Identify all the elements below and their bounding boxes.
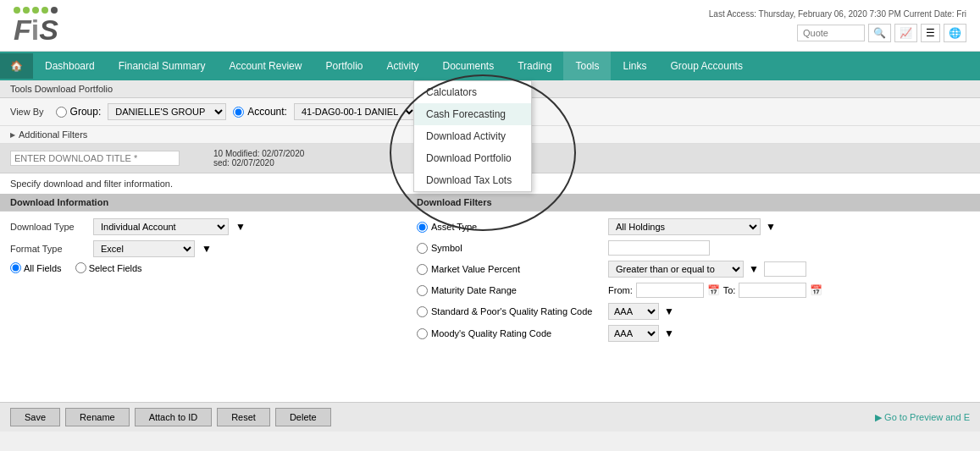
reset-button[interactable]: Reset [217, 408, 270, 426]
market-value-arrow: ▼ [749, 263, 759, 275]
from-label: From: [608, 285, 633, 295]
asset-type-arrow: ▼ [766, 221, 776, 233]
to-date-input[interactable] [739, 283, 806, 298]
fields-row: All Fields Select Fields [10, 262, 396, 273]
nav-home-button[interactable]: 🏠 [0, 53, 33, 79]
viewby-label: View By [10, 107, 44, 117]
logo-dot-5 [51, 7, 58, 14]
main-nav: 🏠 Dashboard Financial Summary Account Re… [0, 52, 980, 80]
logo-dot-1 [14, 7, 20, 14]
menu-item-download-activity[interactable]: Download Activity [414, 125, 531, 147]
market-value-radio[interactable] [417, 264, 428, 275]
search-button[interactable]: 🔍 [868, 24, 891, 42]
all-fields-radio[interactable] [10, 262, 21, 273]
triangle-icon: ▶ [10, 131, 15, 139]
date-range: From: 📅 To: 📅 [608, 283, 822, 298]
symbol-row: Symbol [417, 240, 970, 256]
right-controls: Asset Type All Holdings ▼ Symbol [417, 218, 970, 342]
format-type-row: Format Type Excel ▼ [10, 240, 396, 257]
additional-filters-label: Additional Filters [19, 129, 87, 140]
to-label: To: [723, 285, 736, 295]
select-fields-radio[interactable] [75, 262, 86, 273]
nav-item-group-accounts[interactable]: Group Accounts [659, 52, 755, 80]
nav-item-documents[interactable]: Documents [431, 52, 507, 80]
menu-item-download-tax-lots[interactable]: Download Tax Lots [414, 169, 531, 191]
from-date-input[interactable] [636, 283, 704, 298]
group-radio[interactable] [56, 107, 67, 118]
account-radio-label[interactable]: Account: [247, 106, 287, 118]
spq-arrow: ▼ [664, 305, 674, 317]
nav-item-trading[interactable]: Trading [506, 52, 563, 80]
header-controls: 🔍 📈 ☰ 🌐 [797, 24, 966, 42]
section-headers: Download Information Download Filters [0, 194, 980, 212]
download-title-input[interactable] [10, 151, 180, 166]
market-value-row: Market Value Percent Greater than or equ… [417, 261, 970, 278]
moodys-row: Moody's Quality Rating Code AAA ▼ [417, 325, 970, 342]
asset-type-label[interactable]: Asset Type [417, 222, 603, 233]
bottom-bar: Save Rename Attach to ID Reset Delete ▶ … [0, 402, 980, 432]
globe-button[interactable]: 🌐 [944, 24, 966, 42]
moodys-select[interactable]: AAA [608, 325, 659, 342]
download-type-arrow: ▼ [235, 221, 246, 233]
delete-button[interactable]: Delete [275, 408, 331, 426]
asset-type-radio[interactable] [417, 222, 428, 233]
attach-to-id-button[interactable]: Attach to ID [135, 408, 212, 426]
go-to-preview-link[interactable]: ▶ Go to Preview and E [875, 412, 970, 423]
market-value-select[interactable]: Greater than or equal to [608, 261, 744, 278]
rename-button[interactable]: Rename [65, 408, 130, 426]
download-type-label: Download Type [10, 222, 86, 232]
spq-select[interactable]: AAA [608, 303, 659, 320]
symbol-label[interactable]: Symbol [417, 243, 603, 254]
spq-label[interactable]: Standard & Poor's Quality Rating Code [417, 306, 603, 317]
all-fields-label[interactable]: All Fields [10, 262, 62, 273]
spq-row: Standard & Poor's Quality Rating Code AA… [417, 303, 970, 320]
select-fields-label[interactable]: Select Fields [75, 262, 142, 273]
save-button[interactable]: Save [10, 408, 60, 426]
nav-item-links[interactable]: Links [611, 52, 658, 80]
logo-text: FiS [14, 15, 58, 44]
nav-item-dashboard[interactable]: Dashboard [33, 52, 107, 80]
menu-item-download-portfolio[interactable]: Download Portfolio [414, 147, 531, 169]
nav-item-account-review[interactable]: Account Review [217, 52, 313, 80]
nav-item-financial-summary[interactable]: Financial Summary [107, 52, 218, 80]
search-input[interactable] [797, 25, 865, 41]
nav-item-portfolio[interactable]: Portfolio [313, 52, 374, 80]
meta-line-1: 10 Modified: 02/07/2020 [213, 149, 304, 158]
form-area: Download Type Individual Account ▼ Forma… [0, 212, 980, 349]
last-access-text: Last Access: Thursday, February 06, 2020… [709, 9, 966, 19]
spq-radio[interactable] [417, 306, 428, 317]
moodys-label[interactable]: Moody's Quality Rating Code [417, 328, 603, 339]
maturity-date-label[interactable]: Maturity Date Range [417, 285, 603, 296]
chart-button[interactable]: 📈 [894, 24, 917, 42]
market-value-input[interactable] [764, 261, 806, 277]
symbol-input[interactable] [608, 240, 710, 256]
to-calendar-icon[interactable]: 📅 [810, 284, 822, 296]
menu-item-cash-forecasting[interactable]: Cash Forecasting [414, 103, 531, 125]
maturity-date-radio[interactable] [417, 285, 428, 296]
account-radio[interactable] [233, 107, 244, 118]
logo: FiS [14, 7, 58, 44]
logo-dot-4 [42, 7, 48, 14]
account-select[interactable]: 41-DAG0-00-1 DANIEL [294, 103, 417, 120]
logo-dots [14, 7, 58, 14]
menu-button[interactable]: ☰ [921, 24, 940, 42]
download-filters-header: Download Filters [407, 194, 980, 211]
group-radio-label[interactable]: Group: [70, 106, 102, 118]
market-value-label[interactable]: Market Value Percent [417, 264, 603, 275]
symbol-radio[interactable] [417, 243, 428, 254]
from-calendar-icon[interactable]: 📅 [707, 284, 720, 296]
asset-type-row: Asset Type All Holdings ▼ [417, 218, 970, 235]
download-type-select[interactable]: Individual Account [93, 218, 229, 235]
moodys-radio[interactable] [417, 328, 428, 339]
menu-item-calculators[interactable]: Calculators [414, 81, 531, 103]
nav-item-tools[interactable]: Tools [563, 52, 611, 80]
download-info-header: Download Information [0, 194, 407, 211]
format-type-select[interactable]: Excel [93, 240, 195, 257]
logo-dot-2 [23, 7, 30, 14]
tools-dropdown-menu[interactable]: Calculators Cash Forecasting Download Ac… [413, 80, 532, 192]
logo-dot-3 [32, 7, 39, 14]
group-select[interactable]: DANIELLE'S GROUP [108, 103, 226, 120]
bottom-left-buttons: Save Rename Attach to ID Reset Delete [10, 408, 331, 426]
nav-item-activity[interactable]: Activity [375, 52, 431, 80]
asset-type-select[interactable]: All Holdings [608, 218, 761, 235]
